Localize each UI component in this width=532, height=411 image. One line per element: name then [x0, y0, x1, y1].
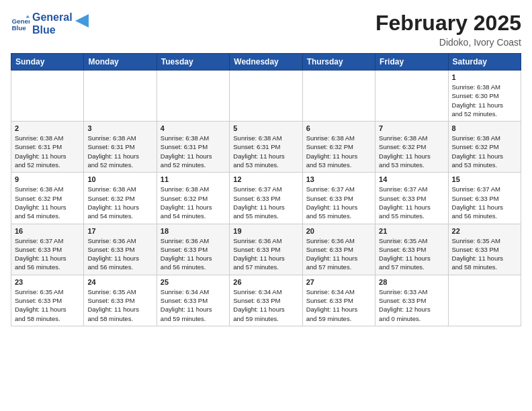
calendar-cell: 27Sunrise: 6:34 AM Sunset: 6:33 PM Dayli…	[302, 275, 375, 326]
day-info: Sunrise: 6:36 AM Sunset: 6:33 PM Dayligh…	[87, 236, 152, 272]
day-number: 28	[379, 278, 444, 286]
calendar-cell: 24Sunrise: 6:35 AM Sunset: 6:33 PM Dayli…	[84, 275, 157, 326]
day-info: Sunrise: 6:33 AM Sunset: 6:33 PM Dayligh…	[379, 287, 444, 323]
day-info: Sunrise: 6:36 AM Sunset: 6:33 PM Dayligh…	[306, 236, 371, 272]
calendar-cell: 8Sunrise: 6:38 AM Sunset: 6:32 PM Daylig…	[448, 122, 521, 173]
calendar-cell: 5Sunrise: 6:38 AM Sunset: 6:31 PM Daylig…	[230, 122, 302, 173]
svg-marker-3	[75, 14, 89, 28]
day-number: 14	[379, 175, 444, 183]
day-number: 24	[87, 278, 152, 286]
day-number: 7	[379, 124, 444, 132]
calendar-week-row: 1Sunrise: 6:38 AM Sunset: 6:30 PM Daylig…	[11, 71, 521, 122]
location-title: Didoko, Ivory Coast	[375, 37, 521, 48]
day-info: Sunrise: 6:37 AM Sunset: 6:33 PM Dayligh…	[452, 185, 517, 220]
calendar-cell: 7Sunrise: 6:38 AM Sunset: 6:32 PM Daylig…	[375, 122, 448, 173]
calendar-cell: 9Sunrise: 6:38 AM Sunset: 6:32 PM Daylig…	[11, 173, 84, 224]
calendar-cell: 16Sunrise: 6:37 AM Sunset: 6:33 PM Dayli…	[11, 224, 84, 275]
calendar-cell: 23Sunrise: 6:35 AM Sunset: 6:33 PM Dayli…	[11, 275, 84, 326]
day-number: 11	[161, 175, 226, 183]
weekday-header-tuesday: Tuesday	[157, 54, 229, 71]
weekday-header-friday: Friday	[375, 54, 448, 71]
logo-line1: General	[32, 11, 73, 24]
day-number: 2	[15, 124, 80, 132]
calendar-cell	[84, 71, 157, 122]
day-info: Sunrise: 6:38 AM Sunset: 6:31 PM Dayligh…	[15, 134, 80, 169]
day-number: 21	[379, 227, 444, 235]
day-info: Sunrise: 6:37 AM Sunset: 6:33 PM Dayligh…	[233, 185, 298, 220]
calendar-cell: 2Sunrise: 6:38 AM Sunset: 6:31 PM Daylig…	[11, 122, 84, 173]
calendar-cell: 20Sunrise: 6:36 AM Sunset: 6:33 PM Dayli…	[302, 224, 375, 275]
calendar-cell	[302, 71, 375, 122]
day-info: Sunrise: 6:35 AM Sunset: 6:33 PM Dayligh…	[452, 236, 517, 272]
day-number: 23	[15, 278, 80, 286]
calendar-cell: 1Sunrise: 6:38 AM Sunset: 6:30 PM Daylig…	[448, 71, 521, 122]
day-info: Sunrise: 6:38 AM Sunset: 6:32 PM Dayligh…	[306, 134, 371, 169]
day-info: Sunrise: 6:38 AM Sunset: 6:32 PM Dayligh…	[161, 185, 226, 220]
day-number: 26	[233, 278, 298, 286]
day-number: 8	[452, 124, 517, 132]
calendar-cell	[230, 71, 302, 122]
day-number: 17	[87, 227, 152, 235]
day-info: Sunrise: 6:38 AM Sunset: 6:32 PM Dayligh…	[452, 134, 517, 169]
calendar-cell: 19Sunrise: 6:36 AM Sunset: 6:33 PM Dayli…	[230, 224, 302, 275]
day-number: 3	[87, 124, 152, 132]
calendar-week-row: 23Sunrise: 6:35 AM Sunset: 6:33 PM Dayli…	[11, 275, 521, 326]
day-number: 27	[306, 278, 371, 286]
calendar-cell: 13Sunrise: 6:37 AM Sunset: 6:33 PM Dayli…	[302, 173, 375, 224]
calendar-week-row: 2Sunrise: 6:38 AM Sunset: 6:31 PM Daylig…	[11, 122, 521, 173]
day-number: 6	[306, 124, 371, 132]
title-area: February 2025 Didoko, Ivory Coast	[375, 11, 521, 48]
day-number: 16	[15, 227, 80, 235]
day-number: 5	[233, 124, 298, 132]
day-number: 4	[161, 124, 226, 132]
calendar-cell	[448, 275, 521, 326]
day-number: 12	[233, 175, 298, 183]
calendar-week-row: 9Sunrise: 6:38 AM Sunset: 6:32 PM Daylig…	[11, 173, 521, 224]
day-info: Sunrise: 6:38 AM Sunset: 6:31 PM Dayligh…	[161, 134, 226, 169]
day-number: 25	[161, 278, 226, 286]
day-number: 15	[452, 175, 517, 183]
day-number: 9	[15, 175, 80, 183]
day-info: Sunrise: 6:35 AM Sunset: 6:33 PM Dayligh…	[87, 287, 152, 323]
day-info: Sunrise: 6:38 AM Sunset: 6:32 PM Dayligh…	[379, 134, 444, 169]
logo: General Blue General Blue	[11, 11, 89, 36]
day-number: 10	[87, 175, 152, 183]
calendar-cell	[375, 71, 448, 122]
calendar-header-row: SundayMondayTuesdayWednesdayThursdayFrid…	[11, 54, 521, 71]
calendar-cell: 28Sunrise: 6:33 AM Sunset: 6:33 PM Dayli…	[375, 275, 448, 326]
day-info: Sunrise: 6:37 AM Sunset: 6:33 PM Dayligh…	[379, 185, 444, 220]
day-info: Sunrise: 6:37 AM Sunset: 6:33 PM Dayligh…	[15, 236, 80, 272]
day-info: Sunrise: 6:38 AM Sunset: 6:31 PM Dayligh…	[233, 134, 298, 169]
logo-arrow-icon	[75, 14, 89, 28]
day-info: Sunrise: 6:38 AM Sunset: 6:31 PM Dayligh…	[87, 134, 152, 169]
page-header: General Blue General Blue February 2025 …	[11, 11, 521, 48]
calendar-cell: 15Sunrise: 6:37 AM Sunset: 6:33 PM Dayli…	[448, 173, 521, 224]
day-info: Sunrise: 6:34 AM Sunset: 6:33 PM Dayligh…	[306, 287, 371, 323]
calendar-cell	[157, 71, 229, 122]
calendar-cell: 3Sunrise: 6:38 AM Sunset: 6:31 PM Daylig…	[84, 122, 157, 173]
logo-line2: Blue	[32, 24, 73, 36]
calendar: SundayMondayTuesdayWednesdayThursdayFrid…	[11, 53, 521, 326]
day-info: Sunrise: 6:34 AM Sunset: 6:33 PM Dayligh…	[161, 287, 226, 323]
day-info: Sunrise: 6:36 AM Sunset: 6:33 PM Dayligh…	[161, 236, 226, 272]
calendar-cell: 6Sunrise: 6:38 AM Sunset: 6:32 PM Daylig…	[302, 122, 375, 173]
day-info: Sunrise: 6:35 AM Sunset: 6:33 PM Dayligh…	[15, 287, 80, 323]
calendar-cell: 10Sunrise: 6:38 AM Sunset: 6:32 PM Dayli…	[84, 173, 157, 224]
calendar-cell	[11, 71, 84, 122]
weekday-header-sunday: Sunday	[11, 54, 84, 71]
svg-marker-2	[26, 15, 30, 18]
calendar-cell: 12Sunrise: 6:37 AM Sunset: 6:33 PM Dayli…	[230, 173, 302, 224]
calendar-cell: 22Sunrise: 6:35 AM Sunset: 6:33 PM Dayli…	[448, 224, 521, 275]
day-info: Sunrise: 6:38 AM Sunset: 6:30 PM Dayligh…	[452, 83, 517, 118]
calendar-cell: 26Sunrise: 6:34 AM Sunset: 6:33 PM Dayli…	[230, 275, 302, 326]
day-number: 22	[452, 227, 517, 235]
calendar-cell: 17Sunrise: 6:36 AM Sunset: 6:33 PM Dayli…	[84, 224, 157, 275]
weekday-header-monday: Monday	[84, 54, 157, 71]
day-number: 19	[233, 227, 298, 235]
day-info: Sunrise: 6:36 AM Sunset: 6:33 PM Dayligh…	[233, 236, 298, 272]
weekday-header-wednesday: Wednesday	[230, 54, 302, 71]
calendar-cell: 4Sunrise: 6:38 AM Sunset: 6:31 PM Daylig…	[157, 122, 229, 173]
month-title: February 2025	[375, 11, 521, 36]
day-info: Sunrise: 6:37 AM Sunset: 6:33 PM Dayligh…	[306, 185, 371, 220]
calendar-week-row: 16Sunrise: 6:37 AM Sunset: 6:33 PM Dayli…	[11, 224, 521, 275]
